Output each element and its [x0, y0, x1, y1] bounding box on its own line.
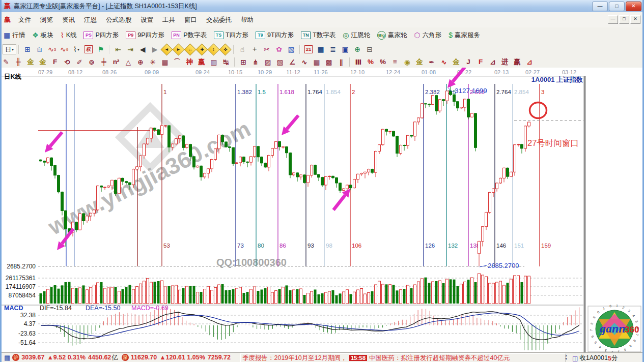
f-line-tool[interactable]: F — [474, 57, 487, 67]
angle-line-tool[interactable]: ⊿ — [487, 57, 499, 67]
t-number-table-button[interactable]: TNT数字表 — [297, 31, 339, 40]
sector-button[interactable]: ❖板块 — [29, 31, 57, 40]
matrix-tool[interactable]: ▦ — [159, 57, 171, 67]
golden-circle-tool[interactable]: ◉ — [401, 57, 413, 67]
hexagon-button[interactable]: ⬡六角形 — [411, 31, 445, 40]
print-icon[interactable]: ⊟ — [364, 44, 375, 54]
prev-bar-icon[interactable]: ◀ — [137, 44, 148, 54]
notes-icon[interactable]: ≣ — [327, 44, 339, 54]
percent-levels-tool[interactable]: ≡ — [389, 57, 401, 67]
menu-window[interactable]: 窗口 — [180, 15, 202, 25]
zoom-in-diamond-icon[interactable]: ✚ — [195, 43, 208, 55]
menu-browse[interactable]: 浏览 — [36, 15, 58, 25]
winner-service-button[interactable]: $赢家服务 — [445, 31, 484, 40]
menu-file[interactable]: 文件 — [14, 15, 36, 25]
ruler-123-tool[interactable]: ▥ — [208, 57, 220, 67]
self-select-icon[interactable]: 自 — [34, 44, 45, 54]
market-quotes-button[interactable]: ▦行情 — [0, 31, 29, 40]
t-square-button[interactable]: TST四方形 — [210, 31, 252, 40]
p-square-button[interactable]: PSP四方形 — [80, 31, 122, 40]
arc-tool[interactable]: ⌒ — [171, 57, 183, 67]
parallel-lines-tool[interactable]: ∥ — [335, 57, 347, 67]
mdi-minimize-button[interactable]: — — [608, 15, 618, 24]
menu-formula-stock-pick[interactable]: 公式选股 — [101, 15, 136, 25]
golden-band-tool[interactable]: 金 — [450, 57, 462, 67]
count-lines-tool[interactable]: Ⅲ — [352, 57, 365, 67]
title-bar[interactable]: 赢 赢家江恩专业版[赢家服务平台] - [上证指数 SH1A0001-153日K… — [0, 0, 644, 13]
time-grid-tool[interactable]: ╫ — [12, 57, 24, 67]
fib-retracement-tool[interactable]: F — [49, 57, 61, 67]
crosshair-icon[interactable]: ＋ — [249, 44, 260, 54]
ticker-headline-2[interactable]: 中国医药：拟注册发行超短期融资券不超过40亿元 — [369, 354, 510, 362]
ying-band-tool[interactable]: 赢 — [511, 57, 523, 67]
region-stat-icon[interactable]: ✂ — [261, 44, 272, 54]
nine-p-square-button[interactable]: P99P四方形 — [122, 31, 168, 40]
zoom-left-diamond-icon[interactable]: ◄ — [160, 43, 173, 55]
gann-fan-tool[interactable]: ⋔ — [249, 57, 262, 67]
minute-3-chart-icon[interactable]: ∿3 — [46, 44, 58, 54]
kline-chart[interactable]: 07-2908-1208-2609-0909-2410-1510-2911-12… — [0, 68, 644, 353]
window-layout-icon[interactable]: ⊞ — [22, 44, 33, 54]
percent2-tool[interactable]: % — [377, 57, 389, 67]
box-tool[interactable]: ⊞ — [237, 57, 249, 67]
gann-pen-tool[interactable]: ✎ — [0, 57, 12, 67]
menu-news[interactable]: 资讯 — [58, 15, 79, 25]
panel-divider[interactable] — [584, 76, 586, 353]
shade-square2-tool[interactable]: ▧ — [274, 57, 286, 67]
maximize-button[interactable]: □ — [609, 2, 625, 11]
zoom-right-diamond-icon[interactable]: ► — [172, 43, 184, 55]
wave-tool[interactable]: ∿ — [438, 57, 450, 67]
pan-hand-icon[interactable]: ☝ — [237, 44, 248, 54]
four-line-tool[interactable]: ⊿ — [523, 57, 536, 67]
jin-tool[interactable]: 进 — [499, 57, 511, 67]
close-button[interactable]: ✕ — [626, 2, 641, 11]
crosshair-circle-tool[interactable]: ⊕ — [134, 57, 147, 67]
menu-trade[interactable]: 交易委托 — [202, 15, 236, 25]
expand-vertical-diamond-icon[interactable]: ↕ — [207, 43, 219, 55]
price-grid-tool[interactable]: ╪ — [98, 57, 110, 67]
golden-grid2-tool[interactable]: 金 — [37, 57, 49, 67]
candle-style-dropdown[interactable]: ⌇▾ — [71, 44, 82, 54]
ying-tool[interactable]: 赢 — [195, 57, 208, 67]
menu-tools[interactable]: 工具 — [158, 15, 180, 25]
menu-settings[interactable]: 设置 — [136, 15, 158, 25]
nine-t-square-button[interactable]: T99T四方形 — [252, 31, 297, 40]
ticker-spinner[interactable]: ▲▼ — [563, 354, 569, 361]
golden-grid-tool[interactable]: 金 — [24, 57, 37, 67]
grid9-tool[interactable]: ▦ — [311, 57, 323, 67]
minute-9-chart-icon[interactable]: ∿9 — [59, 44, 70, 54]
mdi-restore-button[interactable]: □ — [619, 15, 629, 24]
first-page-icon[interactable]: ⇤ — [113, 44, 124, 54]
last-page-icon[interactable]: ⇥ — [125, 44, 136, 54]
shade-square-tool[interactable]: ▨ — [262, 57, 274, 67]
expand-horizontal-diamond-icon[interactable]: ↔ — [184, 43, 196, 55]
calculator-icon[interactable]: ▦ — [315, 44, 326, 54]
zoom-all-diamond-icon[interactable]: ✜ — [219, 43, 231, 55]
time-span-tool[interactable]: ↹ — [220, 57, 232, 67]
network-icon[interactable]: ⊕ — [352, 44, 363, 54]
j-line-tool[interactable]: J — [462, 57, 474, 67]
winner-wheel-button[interactable]: Big赢家轮 — [374, 31, 411, 40]
kline-button[interactable]: ⌇K线 — [57, 31, 80, 40]
menu-help[interactable]: 帮助 — [236, 15, 258, 25]
angle-tool[interactable]: △ — [122, 57, 134, 67]
compass-tool[interactable]: ⊚ — [86, 57, 98, 67]
next-bar-icon[interactable]: ▶ — [149, 44, 160, 54]
news-ticker[interactable]: 季度报告：2019年10月至12月期间， 15:58 中国医药：拟注册发行超短期… — [240, 353, 566, 362]
ink-tool[interactable]: ✒ — [426, 57, 438, 67]
p-number-table-button[interactable]: PNP数字表 — [168, 31, 210, 40]
golden-square-tool[interactable]: 金 — [413, 57, 426, 67]
minimize-button[interactable]: — — [592, 2, 608, 11]
jump-tool-icon[interactable]: ▧ — [286, 44, 297, 54]
spiral-tool[interactable]: ⟲ — [61, 57, 73, 67]
mark-tool-icon[interactable]: ✿ — [273, 44, 285, 54]
ticker-headline-1[interactable]: 季度报告：2019年10月至12月期间， — [242, 354, 347, 362]
star-grid-tool[interactable]: ✳ — [147, 57, 159, 67]
percent-tool[interactable]: % — [365, 57, 377, 67]
period-day-dropdown[interactable]: 日▾ — [3, 44, 16, 54]
mdi-close-button[interactable]: ✕ — [630, 15, 640, 24]
zigzag-tool[interactable]: ∿ — [298, 57, 311, 67]
flag-tools-icon[interactable]: ⚑ — [95, 44, 106, 54]
square-of-nine-tool[interactable]: n² — [110, 57, 122, 67]
brush-tool[interactable]: ✐ — [73, 57, 86, 67]
